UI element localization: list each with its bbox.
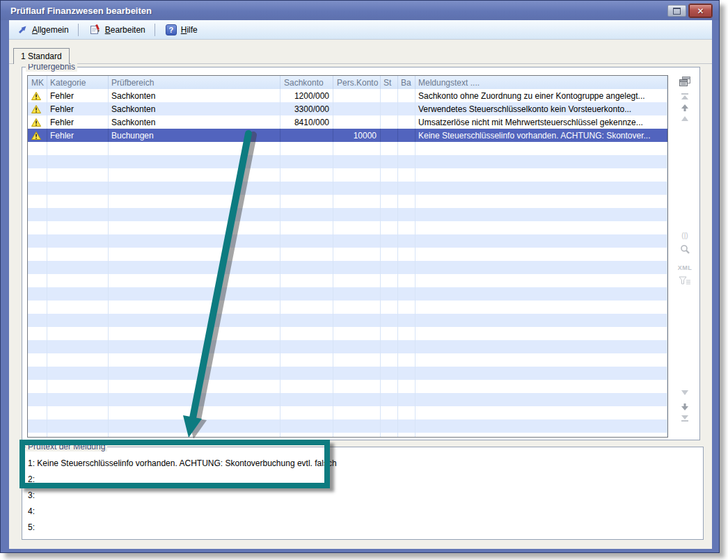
cell-meldungstext: [416, 234, 667, 248]
result-grid: MK Kategorie Prüfbereich Sachkonto Pers.…: [27, 75, 668, 438]
cell-ba: [398, 327, 416, 340]
table-row-empty[interactable]: [28, 367, 667, 380]
grid-header-row: MK Kategorie Prüfbereich Sachkonto Pers.…: [28, 76, 667, 89]
cell-sachkonto: 3300/000: [280, 102, 333, 115]
cell-st: [381, 102, 398, 115]
search-icon[interactable]: [670, 244, 700, 257]
column-chooser-icon[interactable]: [670, 76, 700, 88]
toolbar-separator: [78, 24, 79, 36]
scroll-down-icon[interactable]: [670, 402, 700, 411]
column-header-st[interactable]: St: [381, 76, 398, 89]
table-row-empty[interactable]: [28, 327, 667, 340]
cell-perskonto: [333, 261, 381, 274]
cell-perskonto: [333, 340, 381, 353]
table-row-empty[interactable]: [28, 208, 667, 221]
table-row-empty[interactable]: [28, 155, 667, 168]
menu-allgemein-label: Allgemein: [32, 25, 69, 35]
cell-st: [381, 406, 398, 419]
cell-st: [381, 89, 398, 102]
scroll-up-page-icon[interactable]: [670, 115, 700, 122]
table-row[interactable]: FehlerBuchungen10000Keine Steuerschlüsse…: [28, 129, 667, 142]
cell-perskonto: [333, 393, 381, 406]
table-row-empty[interactable]: [28, 406, 667, 419]
table-row[interactable]: FehlerSachkonten3300/000Verwendetes Steu…: [28, 102, 667, 115]
cell-ba: [398, 274, 416, 287]
cell-perskonto: [333, 102, 381, 115]
cell-ba: [398, 353, 416, 367]
cell-ba: [398, 248, 416, 261]
cell-ba: [398, 340, 416, 353]
table-row-empty[interactable]: [28, 274, 667, 287]
warning-icon: [31, 131, 41, 140]
edit-notepad-icon: [89, 24, 101, 35]
table-row[interactable]: FehlerSachkonten1200/000Sachkonto ohne Z…: [28, 89, 667, 102]
cell-meldungstext: [416, 433, 667, 438]
cell-kategorie: [47, 353, 109, 367]
cell-kategorie: [47, 155, 109, 168]
column-header-sachkonto[interactable]: Sachkonto: [280, 76, 333, 89]
scroll-to-bottom-icon[interactable]: [670, 415, 700, 422]
table-row[interactable]: FehlerSachkonten8410/000Umsatzerlöse nic…: [28, 115, 667, 129]
cell-kategorie: [47, 234, 109, 248]
menu-hilfe[interactable]: ? Hilfe: [157, 21, 205, 39]
restore-button[interactable]: [667, 5, 686, 17]
table-row-empty[interactable]: [28, 248, 667, 261]
cell-pruefbereich: [109, 433, 280, 438]
menu-bearbeiten[interactable]: Bearbeiten: [81, 21, 152, 39]
row-count-icon[interactable]: (|): [670, 230, 700, 240]
cell-ba: [398, 115, 416, 129]
table-row-empty[interactable]: [28, 287, 667, 301]
menu-allgemein[interactable]: Allgemein: [9, 21, 76, 39]
column-header-meldungstext[interactable]: Meldungstext ....: [416, 76, 667, 89]
column-header-perskonto[interactable]: Pers.Konto: [333, 76, 381, 89]
table-row-empty[interactable]: [28, 314, 667, 327]
xml-export-icon[interactable]: XML: [670, 262, 700, 272]
column-header-kategorie[interactable]: Kategorie: [47, 76, 109, 89]
cell-st: [381, 301, 398, 314]
cell-meldungstext: [416, 221, 667, 234]
table-row-empty[interactable]: [28, 168, 667, 182]
table-row-empty[interactable]: [28, 261, 667, 274]
cell-mk: [28, 182, 47, 195]
cell-sachkonto: [280, 261, 333, 274]
table-row-empty[interactable]: [28, 142, 667, 155]
cell-pruefbereich: [109, 340, 280, 353]
table-row-empty[interactable]: [28, 353, 667, 367]
table-row-empty[interactable]: [28, 380, 667, 393]
table-row-empty[interactable]: [28, 301, 667, 314]
tab-standard[interactable]: 1 Standard: [13, 48, 70, 64]
scroll-up-icon[interactable]: [670, 104, 700, 113]
cell-mk: [28, 433, 47, 438]
cell-st: [381, 142, 398, 155]
cell-perskonto: [333, 248, 381, 261]
column-header-mk[interactable]: MK: [28, 76, 47, 89]
table-row-empty[interactable]: [28, 182, 667, 195]
table-row-empty[interactable]: [28, 393, 667, 406]
table-row-empty[interactable]: [28, 340, 667, 353]
cell-meldungstext: [416, 393, 667, 406]
message-groupbox: Prüftext der Meldung 1: Keine Steuerschl…: [22, 447, 704, 540]
cell-ba: [398, 393, 416, 406]
column-header-pruefbereich[interactable]: Prüfbereich: [109, 76, 280, 89]
cell-pruefbereich: [109, 234, 280, 248]
cell-pruefbereich: [109, 155, 280, 168]
cell-perskonto: [333, 208, 381, 221]
cell-ba: [398, 195, 416, 208]
restore-icon: [673, 8, 681, 15]
table-row-empty[interactable]: [28, 234, 667, 248]
table-row-empty[interactable]: [28, 195, 667, 208]
column-header-ba[interactable]: Ba: [398, 76, 416, 89]
cell-sachkonto: [280, 380, 333, 393]
cell-st: [381, 182, 398, 195]
filter-icon[interactable]: [670, 276, 700, 285]
cell-sachkonto: [280, 327, 333, 340]
close-button[interactable]: ✕: [689, 4, 712, 17]
cell-sachkonto: [280, 433, 333, 438]
table-row-empty[interactable]: [28, 433, 667, 438]
scroll-down-page-icon[interactable]: [670, 390, 700, 396]
tab-standard-label: 1 Standard: [21, 51, 62, 61]
table-row-empty[interactable]: [28, 419, 667, 433]
table-row-empty[interactable]: [28, 221, 667, 234]
scroll-to-top-icon[interactable]: [670, 93, 700, 100]
grid-side-toolbar: (|) XML: [670, 67, 700, 441]
